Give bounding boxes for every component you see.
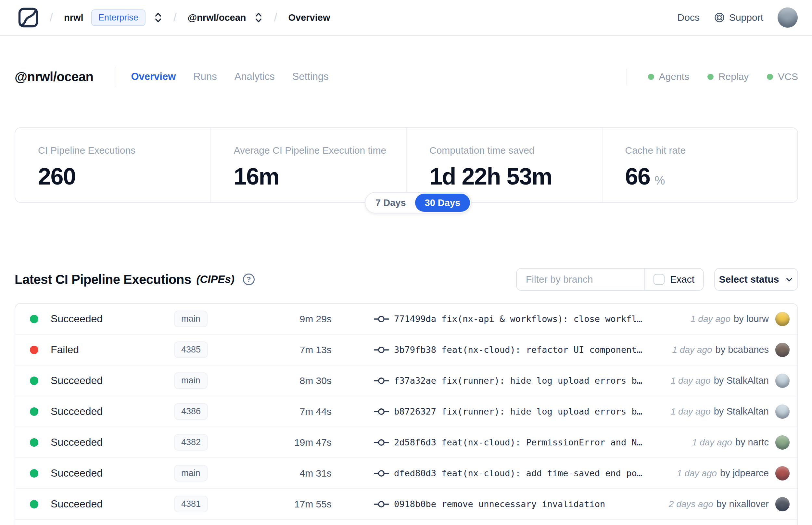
author-label: by StalkAltan	[714, 406, 769, 417]
cipe-table: Succeededmain9m 29s771499da fix(nx-api &…	[15, 303, 798, 525]
duration-label: 4m 31s	[278, 468, 332, 479]
time-ago-label: 1 day ago	[677, 468, 717, 479]
author-label: by StalkAltan	[714, 375, 769, 386]
author-avatar	[775, 466, 790, 480]
table-row[interactable]: Succeededmain8m 30sf37a32ae fix(runner):…	[15, 365, 797, 396]
commit-text: 771499da fix(nx-api & workflows): close …	[394, 314, 642, 324]
date-range-toggle: 7 Days30 Days	[365, 192, 472, 213]
branch-badge: 4381	[174, 496, 208, 512]
support-link[interactable]: Support	[714, 12, 763, 23]
enterprise-badge[interactable]: Enterprise	[91, 10, 145, 26]
tab-overview[interactable]: Overview	[131, 71, 176, 82]
duration-label: 8m 30s	[278, 375, 332, 386]
commit-text: 2d58f6d3 feat(nx-cloud): PermissionError…	[394, 437, 642, 447]
branch-badge: main	[174, 372, 208, 389]
status-dot-icon	[707, 74, 714, 80]
stat-card-suffix: %	[655, 174, 665, 188]
tab-runs[interactable]: Runs	[193, 71, 217, 82]
nx-cloud-logo-icon[interactable]	[18, 7, 39, 28]
succeeded-status-dot-icon	[30, 469, 38, 478]
table-row[interactable]: Succeeded43867m 44sb8726327 fix(runner):…	[15, 396, 797, 427]
succeeded-status-dot-icon	[30, 407, 38, 416]
section-title-suffix: (CIPEs)	[196, 273, 234, 286]
cipe-section-header: Latest CI Pipeline Executions (CIPEs) ? …	[15, 267, 798, 292]
range-option-7-days[interactable]: 7 Days	[366, 197, 415, 208]
succeeded-status-dot-icon	[30, 376, 38, 385]
header-divider	[114, 66, 115, 87]
commit-text: b8726327 fix(runner): hide log upload er…	[394, 406, 642, 417]
indicator-label: Replay	[718, 71, 749, 82]
setup-indicators: AgentsReplayVCS	[627, 69, 798, 85]
stat-card: CI Pipeline Executions260	[15, 128, 211, 202]
chevron-down-icon	[785, 275, 794, 284]
author-avatar	[775, 343, 790, 357]
breadcrumb-page[interactable]: Overview	[288, 12, 330, 23]
duration-label: 19m 47s	[278, 437, 332, 448]
stat-card: Average CI Pipeline Execution time16m	[211, 128, 406, 202]
indicator-vcs[interactable]: VCS	[767, 71, 798, 82]
status-label: Succeeded	[51, 498, 174, 510]
author-avatar	[775, 312, 790, 326]
indicator-label: Agents	[659, 71, 689, 82]
commit-text: f37a32ae fix(runner): hide log upload er…	[394, 376, 642, 386]
user-avatar[interactable]	[778, 7, 798, 28]
branch-badge: 4382	[174, 434, 208, 451]
lifebuoy-icon	[714, 12, 725, 23]
git-commit-icon	[374, 469, 389, 478]
table-row[interactable]: Failed43857m 13s3b79fb38 feat(nx-cloud):…	[15, 335, 797, 365]
duration-label: 7m 13s	[278, 344, 332, 356]
author-avatar	[775, 435, 790, 450]
branch-filter-input[interactable]	[517, 269, 644, 290]
table-row[interactable]: Succeededmain9m 29s771499da fix(nx-api &…	[15, 304, 797, 335]
stat-card-value: 260	[38, 163, 76, 190]
indicator-agents[interactable]: Agents	[648, 71, 689, 82]
tab-settings[interactable]: Settings	[292, 71, 329, 82]
stat-card-label: Cache hit rate	[625, 145, 798, 156]
status-dot-icon	[648, 74, 654, 80]
indicator-replay[interactable]: Replay	[707, 71, 749, 82]
table-row[interactable]: Succeeded438117m 55s0918b0be remove unne…	[15, 489, 797, 520]
status-label: Succeeded	[51, 405, 174, 418]
stat-card-label: Average CI Pipeline Execution time	[234, 145, 406, 156]
workspace-switcher-icon[interactable]	[254, 12, 263, 23]
stats-cards: CI Pipeline Executions260Average CI Pipe…	[15, 127, 798, 203]
git-commit-icon	[374, 376, 389, 385]
table-row[interactable]: Succeeded438219m 47s2d58f6d3 feat(nx-clo…	[15, 427, 797, 458]
breadcrumb-org[interactable]: nrwl	[64, 12, 83, 23]
author-label: by bcabanes	[716, 344, 769, 355]
author-label: by lourw	[734, 314, 769, 324]
tab-analytics[interactable]: Analytics	[234, 71, 275, 82]
breadcrumb: / nrwl Enterprise / @nrwl/ocean / Overvi…	[18, 7, 330, 28]
range-option-30-days[interactable]: 30 Days	[415, 194, 470, 212]
status-select[interactable]: Select status	[714, 268, 798, 291]
git-commit-icon	[374, 438, 389, 447]
author-label: by nartc	[735, 437, 769, 448]
stat-card-value: 1d 22h 53m	[429, 163, 552, 190]
page-title: @nrwl/ocean	[15, 70, 93, 84]
stat-card: Computation time saved1d 22h 53m	[406, 128, 602, 202]
git-commit-icon	[374, 315, 389, 323]
docs-link[interactable]: Docs	[677, 12, 700, 23]
stat-card-value: 66	[625, 163, 650, 190]
exact-checkbox[interactable]	[654, 274, 664, 285]
stat-card-label: Computation time saved	[429, 145, 602, 156]
succeeded-status-dot-icon	[30, 500, 38, 508]
breadcrumb-separator: /	[50, 11, 53, 24]
support-label: Support	[729, 12, 763, 23]
failed-status-dot-icon	[30, 346, 38, 354]
breadcrumb-separator: /	[173, 11, 177, 24]
status-dot-icon	[767, 74, 773, 80]
git-commit-icon	[374, 346, 389, 354]
table-row[interactable]: Succeededmain4m 31sdfed80d3 feat(nx-clou…	[15, 458, 797, 489]
exact-toggle[interactable]: Exact	[644, 269, 703, 290]
time-ago-label: 1 day ago	[692, 437, 732, 448]
indicator-label: VCS	[778, 71, 798, 82]
duration-label: 7m 44s	[278, 406, 332, 417]
time-ago-label: 1 day ago	[691, 314, 731, 324]
help-icon[interactable]: ?	[243, 273, 255, 285]
breadcrumb-workspace[interactable]: @nrwl/ocean	[188, 12, 246, 23]
status-label: Succeeded	[51, 467, 174, 479]
status-label: Succeeded	[51, 436, 174, 448]
org-switcher-icon[interactable]	[154, 12, 163, 23]
indicators-divider	[627, 69, 627, 85]
